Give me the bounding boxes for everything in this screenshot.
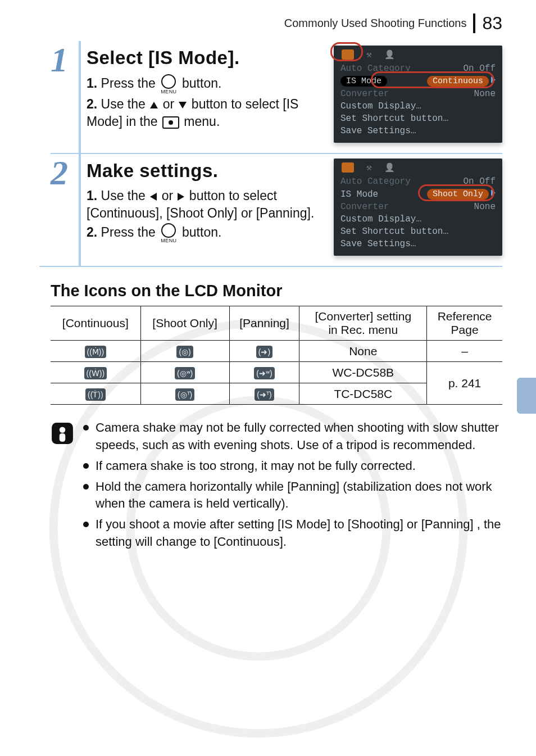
camera-menu-label: Auto Category [340,176,411,187]
table-cell: TC-DC58C [299,383,427,405]
header-page-number: 83 [473,13,502,33]
table-row: ((Ṁ)) (◎) (➜) None – [51,341,502,362]
is-continuous-icon: ((Ṁ)) [85,346,107,358]
substep-text: Press the [101,225,160,239]
substep-text: button. [182,76,221,90]
camera-menu-value: On Off [463,176,496,187]
substep-text: or [163,97,178,111]
substep: 2. Use the or button to select [IS Mode]… [87,96,326,130]
camera-menu-value: None [474,89,496,99]
camera-menu-row: Converter None [339,88,497,100]
camera-menu-row: IS Mode Continuous [339,75,497,88]
camera-menu-label: Converter [340,202,389,212]
camera-menu-row: Custom Display… [339,100,497,112]
camera-menu-label: Custom Display… [340,214,421,224]
camera-menu-value: On Off [463,64,496,74]
camera-menu-label: Set Shortcut button… [340,114,448,124]
down-arrow-icon [179,102,187,108]
svg-point-3 [60,427,66,433]
side-tab [517,378,536,414]
substep-number: 2. [87,225,97,239]
substep-text: Use the [101,188,149,203]
menu-button-icon: MENU [161,74,177,94]
menu-button-icon: MENU [161,223,177,243]
header-section: Commonly Used Shooting Functions [284,17,467,30]
camera-menu-label-selected: IS Mode [340,76,387,87]
camera-screenshot: Auto Category On Off IS Mode Shoot Only … [334,159,502,256]
substep: 1. Press the MENU button. [87,74,326,94]
note-item: Hold the camera horizontally while [Pann… [83,478,502,513]
table-cell: – [427,341,502,362]
camera-menu-row: Set Shortcut button… [339,112,497,125]
substep-number: 2. [87,97,97,111]
warning-icon [51,422,74,445]
camera-menu-label: Save Settings… [340,126,416,136]
camera-tab-icon [342,162,354,173]
table-cell: WC-DC58B [299,362,427,383]
up-arrow-icon [150,102,158,108]
table-header: [Converter] setting in Rec. menu [299,306,427,341]
step-number: 1 [51,41,81,153]
camera-menu-label: Custom Display… [340,101,421,111]
tools-tab-icon [366,162,372,173]
camera-menu-value-selected: Shoot Only [427,189,489,200]
substep-text: or [162,188,177,203]
chevron-right-icon [491,76,496,83]
substep-number: 1. [87,188,97,203]
camera-menu-row: Auto Category On Off [339,175,497,188]
table-header: [Continuous] [51,306,140,341]
camera-menu-row: Save Settings… [339,125,497,137]
step-title: Make settings. [87,159,326,184]
mycamera-tab-icon [384,162,395,173]
camera-menu-label: Save Settings… [340,239,416,249]
camera-menu-value: None [474,202,496,212]
left-arrow-icon [150,193,157,201]
camera-menu-row: Save Settings… [339,238,497,250]
camera-tab-icon [342,49,354,60]
substep-text: Press the [101,76,160,90]
table-row: ((Ẇ)) (◎ʷ) (➜ʷ) WC-DC58B p. 241 [51,362,502,383]
table-cell: None [299,341,427,362]
substep: 2. Press the MENU button. [87,223,326,243]
is-panning-icon: (➜) [256,346,272,358]
is-continuous-icon: ((Ẇ)) [84,367,107,379]
is-panning-icon: (➜ʷ) [254,367,274,379]
camera-screenshot: Auto Category On Off IS Mode Continuous … [334,46,502,143]
table-header: [Panning] [229,306,299,341]
substep-number: 1. [87,76,97,90]
substep-text: button. [182,225,221,239]
substep: 1. Use the or button to select [Continuo… [87,187,326,222]
note-block: Camera shake may not be fully corrected … [51,419,502,554]
camera-menu-row: Set Shortcut button… [339,225,497,238]
is-shoot-only-icon: (◎) [176,346,193,358]
is-continuous-icon: ((Ṫ)) [85,388,106,401]
camera-menu-value-selected: Continuous [427,76,489,87]
step-title: Select [IS Mode]. [87,46,326,71]
svg-rect-4 [60,433,66,442]
table-cell: p. 241 [427,362,502,405]
step-number: 2 [51,154,81,266]
note-item: If you shoot a movie after setting [IS M… [83,516,502,551]
tools-tab-icon [366,49,372,60]
chevron-right-icon [491,189,496,196]
substep-text: Use the [101,97,149,111]
camera-menu-label: Converter [340,89,389,99]
camera-menu-row: Auto Category On Off [339,62,497,75]
camera-menu-row: IS Mode Shoot Only [339,188,497,201]
camera-menu-row: Converter None [339,201,497,213]
substep-text: menu. [184,114,220,129]
camera-menu-label: IS Mode [340,189,378,200]
is-shoot-only-icon: (◎ᵀ) [175,388,194,401]
table-header: [Shoot Only] [140,306,229,341]
table-header: Reference Page [427,306,502,341]
camera-menu-row: Custom Display… [339,213,497,225]
rec-menu-icon [162,116,179,129]
icons-table: [Continuous] [Shoot Only] [Panning] [Con… [51,306,502,405]
mycamera-tab-icon [384,49,395,60]
camera-menu-label: Set Shortcut button… [340,227,448,237]
right-arrow-icon [178,193,184,201]
note-item: If camera shake is too strong, it may no… [83,458,502,475]
section-heading: The Icons on the LCD Monitor [51,282,502,300]
camera-menu-label: Auto Category [340,64,411,74]
is-shoot-only-icon: (◎ʷ) [175,367,195,379]
